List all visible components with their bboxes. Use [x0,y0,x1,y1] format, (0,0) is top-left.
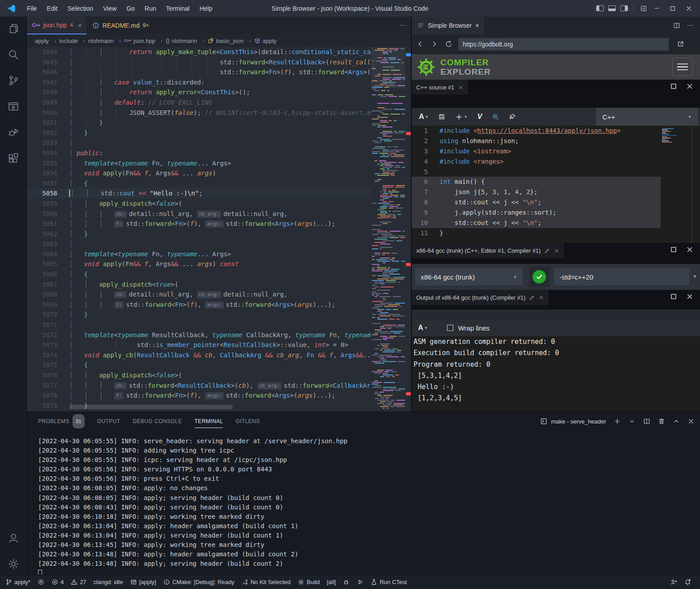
status-item[interactable] [357,579,363,585]
breadcrumb-item-basic_json[interactable]: basic_json [208,38,254,44]
options-dropdown-icon[interactable]: ▼ [692,274,697,279]
close-pane-icon[interactable] [686,82,694,90]
split-terminal-icon[interactable] [643,418,650,425]
status-item--apply-[interactable]: [apply] [130,579,156,585]
status-item[interactable] [684,579,691,585]
font-size-button[interactable]: A▼ [419,113,428,121]
close-icon[interactable] [458,85,464,90]
wrap-lines-checkbox[interactable] [447,325,453,331]
code-line[interactable]: 5066│ { [27,269,371,280]
terminal-title[interactable]: make - serve_header [540,418,606,425]
vim-toggle-button[interactable]: V [477,113,482,121]
code-line[interactable]: 5058│ │ std::cout << "Hello :-)\n"; [27,188,371,199]
more-actions-icon[interactable] [687,22,694,29]
terminal-dropdown-icon[interactable] [628,418,636,425]
split-editor-icon[interactable] [673,22,680,29]
code-line[interactable]: 5054│ public: [27,148,371,158]
editor-tab-json.hpp[interactable]: C++json.hpp4× [27,17,87,34]
close-icon[interactable] [538,295,544,301]
code-line[interactable]: 5051│ │ } [27,118,371,128]
code-line[interactable]: 5050│ │ │ │ JSON_ASSERT(false); // NOLIN… [27,108,371,118]
code-line[interactable]: 5075│ { [27,360,371,370]
maximize-pane-icon[interactable] [670,246,678,254]
code-line[interactable]: 5077│ │ │ cb:std::forward<ResultCallback… [27,381,371,391]
code-line[interactable]: 5069│ │ │ f:std::forward<Fn>(f), args:st… [27,300,371,310]
ce-code-editor[interactable]: 1#include <https://localhost:8443/apply/… [412,126,700,243]
ce-code-line[interactable]: 11} [412,228,661,238]
toggle-panel-icon[interactable] [608,5,616,11]
simple-browser-tab[interactable]: Simple Browser × [412,17,485,34]
menu-run[interactable]: Run [140,5,161,12]
maximize-pane-icon[interactable] [670,82,678,90]
panel-tab-problems[interactable]: PROBLEMS31 [38,415,85,428]
activitybar-source-control[interactable] [0,70,27,91]
code-line[interactable]: 5057│ { [27,178,371,189]
ce-minimap[interactable] [662,127,677,163]
ce-output-tab[interactable]: Output of x86-64 gcc (trunk) (Compiler #… [412,290,549,305]
code-line[interactable]: 5055│ template<typename Fn, typename... … [27,158,371,169]
ce-code-line[interactable]: 7 json j{5, 3, 1, 4, 2}; [412,187,661,197]
breadcrumb-item-apply[interactable]: apply [35,38,59,44]
toggle-secondary-sidebar-icon[interactable] [620,5,628,11]
new-terminal-icon[interactable] [614,418,621,425]
panel-tab-output[interactable]: OUTPUT [97,415,120,428]
code-line[interactable]: 5070│ } [27,309,371,320]
activitybar-settings-gear[interactable] [0,553,27,575]
ce-code-line[interactable]: 4#include <ranges> [412,157,661,167]
status-item-run-ctest[interactable]: Run CTest [371,579,407,585]
code-line[interactable]: 5063│ [27,239,371,249]
zoom-icon[interactable] [492,113,499,120]
ce-code-line[interactable]: 5 [412,167,661,177]
breadcrumb[interactable]: applyincludenlohmannC++json.hpp{}nlohman… [27,34,412,47]
back-icon[interactable] [414,38,426,51]
code-line[interactable]: 5047│ │ │ case value_t::discarded: [27,77,371,88]
minimize-icon[interactable] [650,2,663,15]
breadcrumb-item-nlohmann[interactable]: {}nlohmann [166,38,207,44]
panel-tab-gitlens[interactable]: GITLENS [235,415,260,428]
ce-output-text[interactable]: ASM generation compiler returned: 0Execu… [412,336,700,411]
menu-file[interactable]: File [22,5,42,12]
minimap[interactable] [371,47,405,411]
close-window-icon[interactable] [682,2,696,15]
code-line[interactable]: 5078│ │ │ f:std::forward<Fn>(f), args:st… [27,390,371,401]
kill-terminal-icon[interactable] [658,418,665,425]
open-external-icon[interactable] [674,38,687,51]
status-item-cmake-debug-ready[interactable]: CMake: [Debug]: Ready [163,579,235,585]
activitybar-account[interactable] [0,527,27,549]
reload-icon[interactable] [442,38,455,51]
compiler-options-input[interactable]: -std=c++20 [554,268,689,285]
breadcrumb-item-include[interactable]: include [59,38,88,44]
code-line[interactable]: 5062│ } [27,229,371,239]
status-item-27[interactable]: 27 [71,579,86,585]
add-pane-button[interactable]: ▼ [455,113,467,121]
ce-code-line[interactable]: 8 std::cout << j << "\n"; [412,197,661,208]
code-line[interactable]: 5064│ template<typename Fn, typename... … [27,249,371,259]
status-item[interactable] [343,579,350,585]
close-icon[interactable] [554,248,559,254]
edit-icon[interactable] [529,295,535,301]
code-editor[interactable]: 5044│ │ │ │ return apply_make_tuple<Cons… [27,47,371,411]
activitybar-test[interactable] [0,96,27,117]
panel-tab-terminal[interactable]: TERMINAL [195,415,223,428]
activitybar-debug[interactable] [0,122,27,143]
panel-tab-debug-console[interactable]: DEBUG CONSOLE [133,415,182,428]
language-select[interactable]: C++▼ [596,108,698,126]
compiler-explorer-logo-icon[interactable] [417,57,437,77]
code-line[interactable]: 5059│ │ apply_dispatch<false>( [27,199,371,209]
code-line[interactable]: 5060│ │ │ cb:detail::null_arg, cb_arg:de… [27,209,371,219]
status-item-clangd-idle[interactable]: clangd: idle [94,579,123,585]
status-item-build[interactable]: Build [298,579,320,585]
maximize-panel-icon[interactable] [673,418,680,425]
code-line[interactable]: 5053│ [27,138,371,148]
terminal-output[interactable]: [2022-04-30 06:05:55] INFO: serve_header… [38,436,347,580]
close-tab-icon[interactable]: × [78,21,82,29]
code-line[interactable]: 5045│ │ │ │ │ │ │ │ │ │ std::forward<Res… [27,57,371,68]
horizontal-scrollbar[interactable] [69,405,233,409]
save-icon[interactable] [438,113,445,120]
maximize-icon[interactable] [666,2,679,15]
ce-code-line[interactable]: 1#include <https://localhost:8443/apply/… [412,126,661,136]
hamburger-menu-icon[interactable] [672,58,693,76]
customize-layout-icon[interactable] [640,5,647,12]
toggle-sidebar-icon[interactable] [596,5,604,11]
activitybar-extensions[interactable] [0,148,27,169]
